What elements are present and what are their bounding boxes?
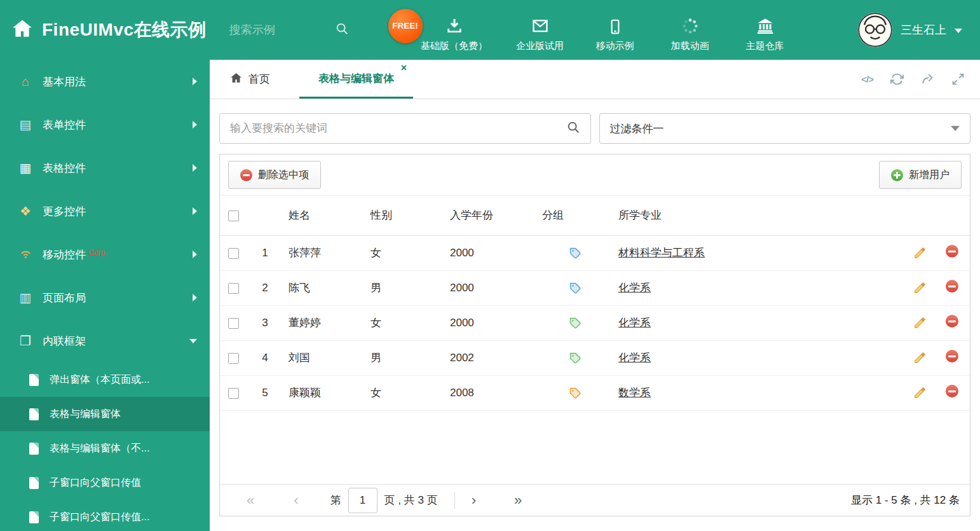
home-icon xyxy=(230,72,242,87)
table-row[interactable]: 5 康颖颖 女 2008 数学系 xyxy=(220,375,970,410)
cell-name: 董婷婷 xyxy=(283,305,365,340)
file-icon xyxy=(29,408,39,420)
sidebar-item-more-controls[interactable]: ❖ 更多控件 xyxy=(0,190,210,233)
tag-icon xyxy=(569,316,582,329)
column-delete xyxy=(934,196,970,235)
cell-name: 陈飞 xyxy=(283,270,365,305)
expand-icon[interactable] xyxy=(951,72,965,86)
sidebar-item-form-controls[interactable]: ▤ 表单控件 xyxy=(0,103,210,146)
delete-icon[interactable] xyxy=(946,350,958,362)
last-page-button[interactable]: » xyxy=(514,493,522,507)
sidebar-item-label: 内联框架 xyxy=(43,334,86,348)
tab-home[interactable]: 首页 xyxy=(220,60,280,99)
edit-icon[interactable] xyxy=(913,246,927,258)
cell-name: 张萍萍 xyxy=(283,235,365,270)
column-edit xyxy=(905,196,934,235)
cell-gender: 女 xyxy=(365,235,445,270)
edit-icon[interactable] xyxy=(913,386,927,398)
file-icon xyxy=(29,477,39,489)
sidebar-subitem-grid-edit-window[interactable]: 表格与编辑窗体 xyxy=(0,397,210,431)
delete-icon[interactable] xyxy=(946,280,958,293)
source-code-icon[interactable]: </> xyxy=(861,74,873,85)
sidebar-item-basic-usage[interactable]: ⌂ 基本用法 xyxy=(0,60,210,103)
cell-gender: 女 xyxy=(365,375,445,410)
table-row[interactable]: 1 张萍萍 女 2000 材料科学与工程系 xyxy=(220,235,970,270)
open-in-new-icon[interactable] xyxy=(921,72,934,86)
sidebar-subitem-label: 弹出窗体（本页面或... xyxy=(50,373,149,387)
table-row[interactable]: 4 刘国 男 2002 化学系 xyxy=(220,340,970,375)
cell-year: 2008 xyxy=(445,375,537,410)
sidebar-item-mobile-controls[interactable]: 移动控件 Corp. xyxy=(0,233,210,276)
table-row[interactable]: 3 董婷婷 女 2000 化学系 xyxy=(220,305,970,340)
nav-item-enterprise-trial[interactable]: 企业版试用 xyxy=(503,8,578,52)
app-title: FineUIMvc在线示例 xyxy=(42,18,207,42)
chevron-right-icon xyxy=(193,294,197,301)
home-icon: ⌂ xyxy=(18,74,33,89)
row-checkbox[interactable] xyxy=(228,353,239,364)
major-link[interactable]: 化学系 xyxy=(618,352,651,364)
nav-item-basic-edition[interactable]: FREE! 基础版（免费） xyxy=(406,8,503,52)
delete-icon[interactable] xyxy=(946,245,958,258)
data-table: 姓名 性别 入学年份 分组 所学专业 xyxy=(220,196,970,411)
search-icon[interactable] xyxy=(335,22,349,38)
major-link[interactable]: 化学系 xyxy=(618,317,651,329)
row-checkbox[interactable] xyxy=(228,388,239,399)
nav-item-loading-animations[interactable]: 加载动画 xyxy=(653,8,728,52)
sidebar-item-inline-frame[interactable]: ❐ 内联框架 xyxy=(0,319,210,362)
cell-year: 2000 xyxy=(445,305,537,340)
major-link[interactable]: 数学系 xyxy=(618,387,651,399)
delete-selected-button[interactable]: 删除选中项 xyxy=(228,161,321,189)
edit-icon[interactable] xyxy=(913,316,927,328)
refresh-icon[interactable] xyxy=(890,72,904,86)
grid-table-wrap: 姓名 性别 入学年份 分组 所学专业 xyxy=(220,196,970,484)
edit-icon[interactable] xyxy=(913,281,927,293)
page-number-input[interactable] xyxy=(348,488,378,513)
nav-item-mobile-demo[interactable]: 移动示例 xyxy=(578,8,653,52)
delete-icon[interactable] xyxy=(946,315,958,328)
row-checkbox[interactable] xyxy=(228,318,239,329)
tag-icon xyxy=(569,351,582,364)
add-user-button[interactable]: 新增用户 xyxy=(879,161,962,189)
grid-toolbar: 删除选中项 新增用户 xyxy=(220,155,970,196)
major-link[interactable]: 化学系 xyxy=(618,282,651,294)
sidebar-subitem-label: 表格与编辑窗体 xyxy=(50,408,121,421)
delete-icon[interactable] xyxy=(946,385,958,397)
first-page-button[interactable]: « xyxy=(247,493,254,507)
column-major: 所学专业 xyxy=(613,196,905,235)
filter-dropdown[interactable]: 过滤条件一 xyxy=(599,113,971,144)
prev-page-button[interactable]: ‹ xyxy=(294,493,298,507)
table-header-row: 姓名 性别 入学年份 分组 所学专业 xyxy=(220,196,970,235)
next-page-button[interactable]: › xyxy=(472,493,476,507)
sidebar-subitem-popup-window[interactable]: 弹出窗体（本页面或... xyxy=(0,362,210,397)
major-link[interactable]: 材料科学与工程系 xyxy=(618,247,705,259)
header-search-input[interactable] xyxy=(229,24,325,37)
app-logo[interactable]: FineUIMvc在线示例 xyxy=(0,18,207,42)
sidebar-subitem-child-to-parent[interactable]: 子窗口向父窗口传值 xyxy=(0,465,210,500)
sidebar-subitem-grid-edit-window-2[interactable]: 表格与编辑窗体（不... xyxy=(0,431,210,465)
user-menu[interactable]: 三生石上 xyxy=(858,13,980,47)
tag-icon xyxy=(569,246,582,259)
row-checkbox[interactable] xyxy=(228,248,239,259)
sidebar-item-grid-controls[interactable]: ▦ 表格控件 xyxy=(0,146,210,190)
chevron-right-icon xyxy=(193,78,197,85)
download-icon xyxy=(446,16,463,35)
chevron-right-icon xyxy=(193,121,197,128)
tag-icon xyxy=(569,281,582,294)
table-row[interactable]: 2 陈飞 男 2000 化学系 xyxy=(220,270,970,305)
row-index: 4 xyxy=(247,340,283,375)
sidebar-subitem-child-to-parent-2[interactable]: 子窗口向父窗口传值... xyxy=(0,500,210,531)
keyword-search-input[interactable] xyxy=(230,122,566,135)
nav-item-theme-repo[interactable]: 主题仓库 xyxy=(728,8,803,52)
search-icon[interactable] xyxy=(566,120,580,137)
tab-grid-edit-window[interactable]: 表格与编辑窗体 × xyxy=(299,60,413,99)
avatar[interactable] xyxy=(858,13,892,47)
column-group: 分组 xyxy=(537,196,613,235)
select-all-checkbox[interactable] xyxy=(228,210,239,221)
sidebar: ⌂ 基本用法 ▤ 表单控件 ▦ 表格控件 ❖ 更多控件 xyxy=(0,60,210,531)
sidebar-item-page-layout[interactable]: ▥ 页面布局 xyxy=(0,276,210,319)
edit-icon[interactable] xyxy=(913,351,927,363)
cell-name: 刘国 xyxy=(283,340,365,375)
row-checkbox[interactable] xyxy=(228,283,239,294)
close-icon[interactable]: × xyxy=(401,63,407,73)
cell-gender: 男 xyxy=(365,340,445,375)
